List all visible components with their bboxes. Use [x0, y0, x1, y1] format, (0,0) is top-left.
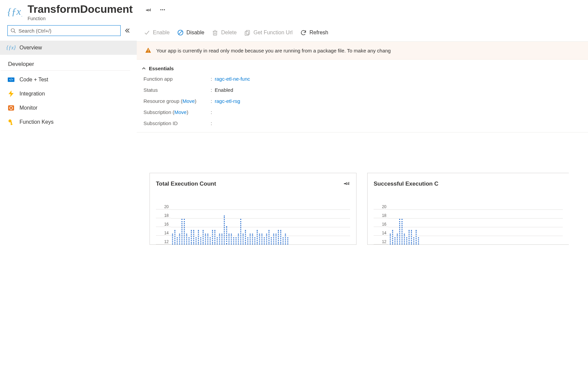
button-label: Enable: [153, 30, 170, 36]
chart-bar: [212, 230, 213, 244]
chart-bar: [287, 237, 289, 245]
sidebar-item-label: Function Keys: [19, 119, 53, 125]
svg-rect-21: [246, 31, 250, 35]
disable-button[interactable]: Disable: [177, 29, 204, 36]
chart-bar: [418, 237, 419, 245]
more-icon[interactable]: [160, 7, 166, 14]
y-tick: 20: [374, 201, 388, 209]
chart-bar: [392, 230, 393, 244]
chart-bar: [193, 230, 195, 244]
sidebar-item-function-keys[interactable]: Function Keys: [0, 115, 137, 129]
y-axis: 20 18 16 14 12: [374, 201, 388, 244]
chart-bar: [283, 237, 284, 245]
essentials-label-function-app: Function app: [143, 76, 211, 82]
function-app-link[interactable]: ragc-etl-ne-func: [215, 76, 250, 82]
chart-bar: [394, 237, 396, 245]
chart-bar: [231, 234, 232, 245]
readonly-warning-banner: Your app is currently in read only mode …: [137, 42, 588, 60]
y-tick: 12: [156, 236, 171, 244]
chart-bar: [285, 234, 286, 245]
chart-bar: [233, 237, 235, 245]
chart-bar: [278, 230, 279, 244]
subscription-value: [215, 109, 580, 115]
svg-point-1: [160, 9, 161, 10]
chart-successful-execution-count: Successful Execution C 20 18 16 14 12: [367, 173, 569, 245]
chart-bar: [240, 219, 242, 244]
chart-bar: [228, 234, 230, 245]
chart-bar: [254, 237, 256, 245]
chart-bar: [416, 230, 417, 244]
resource-type-label: Function: [28, 16, 133, 21]
chart-plot-area: [171, 201, 350, 244]
svg-marker-8: [8, 90, 13, 97]
chart-bar: [390, 234, 391, 245]
chart-bar: [224, 216, 225, 245]
chart-bar: [181, 219, 183, 244]
chart-bar: [271, 237, 272, 245]
move-subscription-link[interactable]: Move: [174, 109, 187, 115]
page-header: {ƒx} TransformDocument Function: [0, 0, 588, 25]
button-label: Delete: [221, 30, 237, 36]
chart-bar: [252, 234, 253, 245]
chart-bar: [276, 234, 277, 245]
pin-icon[interactable]: [343, 180, 350, 188]
chart-title: Total Execution Count: [156, 181, 350, 187]
sidebar-item-code-test[interactable]: </> Code + Test: [0, 73, 137, 87]
sidebar-item-monitor[interactable]: Monitor: [0, 101, 137, 115]
search-placeholder: Search (Ctrl+/): [18, 28, 51, 34]
pin-icon[interactable]: [145, 7, 152, 14]
chart-bar: [264, 237, 265, 245]
chart-bar: [404, 234, 405, 245]
chart-bar: [198, 230, 199, 244]
sidebar-item-label: Code + Test: [19, 77, 48, 83]
button-label: Refresh: [309, 30, 328, 36]
lightning-icon: [7, 90, 15, 98]
move-resource-group-link[interactable]: Move: [182, 98, 195, 104]
chart-bar: [266, 234, 267, 245]
chart-bar: [221, 234, 223, 245]
chart-bar: [205, 234, 206, 245]
function-fx-icon: {ƒx}: [7, 3, 23, 20]
chart-bar: [238, 234, 239, 245]
sidebar-item-label: Integration: [19, 91, 45, 97]
svg-rect-23: [148, 49, 149, 51]
chart-bar: [397, 234, 398, 245]
chart-bar: [226, 226, 227, 244]
function-fx-icon: {ƒx}: [7, 44, 15, 51]
search-input[interactable]: Search (Ctrl+/): [7, 25, 121, 36]
y-tick: 16: [374, 218, 388, 227]
chart-bar: [243, 234, 244, 245]
enable-button[interactable]: Enable: [143, 29, 170, 36]
essentials-toggle[interactable]: Essentials: [141, 66, 580, 71]
chart-bar: [196, 237, 197, 245]
chart-bar: [172, 234, 173, 245]
delete-button[interactable]: Delete: [212, 29, 237, 36]
chart-bar: [219, 234, 220, 245]
svg-rect-24: [148, 52, 149, 52]
chart-plot-area: [388, 201, 563, 244]
chart-bar: [186, 234, 187, 245]
button-label: Disable: [186, 30, 204, 36]
chart-bar: [413, 237, 415, 245]
chart-total-execution-count: Total Execution Count 20 18 16 14 12: [150, 173, 356, 245]
sidebar-item-integration[interactable]: Integration: [0, 87, 137, 101]
chart-bar: [191, 230, 192, 244]
chart-bar: [174, 230, 176, 244]
chart-bar: [210, 237, 211, 245]
collapse-sidebar-icon[interactable]: [124, 28, 130, 34]
get-function-url-button[interactable]: Get Function Url: [244, 29, 292, 36]
chart-bar: [409, 230, 410, 244]
resource-group-link[interactable]: ragc-etl-rsg: [215, 98, 240, 104]
chart-bar: [273, 234, 275, 245]
chart-bar: [257, 230, 258, 244]
banner-text: Your app is currently in read only mode …: [156, 48, 391, 53]
command-bar: Enable Disable Delete Get Function Url R…: [137, 25, 588, 42]
svg-rect-16: [213, 31, 217, 35]
refresh-button[interactable]: Refresh: [300, 29, 328, 36]
chart-bar: [236, 237, 237, 245]
button-label: Get Function Url: [253, 30, 292, 36]
svg-line-15: [179, 31, 182, 34]
svg-point-4: [11, 29, 14, 32]
chart-bar: [207, 234, 209, 245]
sidebar-item-overview[interactable]: {ƒx} Overview: [0, 41, 137, 55]
